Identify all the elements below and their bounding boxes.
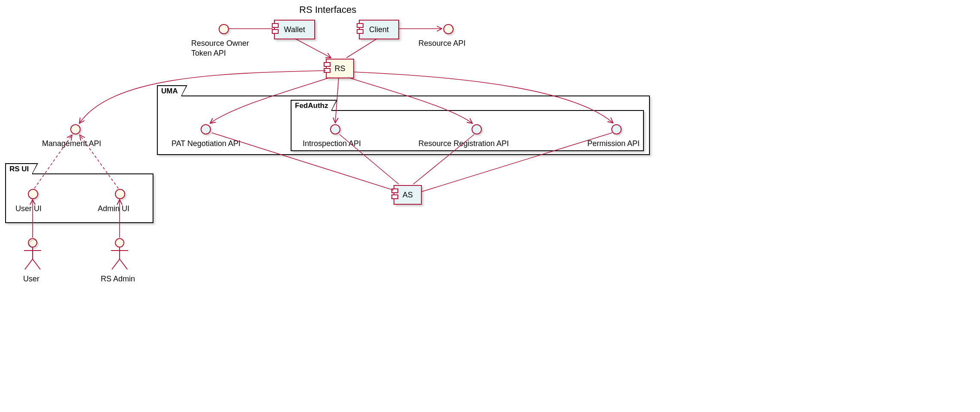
svg-line-14 <box>346 39 377 58</box>
actor-user <box>21 238 43 276</box>
component-wallet-label: Wallet <box>284 25 305 34</box>
interface-permission-label: Permission API <box>587 139 640 149</box>
interface-user-ui <box>28 189 38 199</box>
interface-pat <box>201 124 211 134</box>
actor-icon <box>21 238 44 271</box>
component-client: Client <box>359 20 399 39</box>
interface-ro-token <box>219 24 229 34</box>
interface-mgmt-label: Management API <box>42 139 101 149</box>
component-rs-label: RS <box>334 64 345 73</box>
svg-line-13 <box>295 39 331 58</box>
actor-icon <box>108 238 131 271</box>
actor-rs-admin <box>108 238 130 276</box>
interface-mgmt <box>70 124 81 134</box>
component-as-label: AS <box>403 191 413 200</box>
interface-user-ui-label: User UI <box>15 204 42 214</box>
svg-point-6 <box>115 239 124 247</box>
svg-line-4 <box>33 259 40 269</box>
svg-line-10 <box>120 259 127 269</box>
package-uma-label: UMA <box>157 85 182 96</box>
package-rs-ui-label: RS UI <box>5 163 33 174</box>
svg-line-9 <box>112 259 120 269</box>
package-rs-ui: RS UI <box>5 173 153 223</box>
component-lugs-icon <box>357 23 362 33</box>
interface-permission <box>611 124 622 134</box>
interface-resreg-label: Resource Registration API <box>418 139 509 149</box>
component-as: AS <box>394 185 422 205</box>
component-rs: RS <box>326 59 354 78</box>
interface-admin-ui <box>115 189 125 199</box>
interface-resource-api-label: Resource API <box>418 39 466 48</box>
component-client-label: Client <box>369 25 389 34</box>
interface-introspection <box>330 124 340 134</box>
component-wallet: Wallet <box>274 20 315 39</box>
interface-ro-token-label: Resource Owner Token API <box>191 39 249 58</box>
interface-resreg <box>472 124 482 134</box>
diagram-stage: RS Interfaces Wallet Client Resource Own… <box>0 0 653 291</box>
package-fedauthz-label: FedAuthz <box>291 100 332 111</box>
diagram-title: RS Interfaces <box>299 4 356 15</box>
interface-pat-label: PAT Negotiation API <box>171 139 240 149</box>
interface-resource-api <box>443 24 454 34</box>
component-lugs-icon <box>272 23 277 33</box>
interface-introspection-label: Introspection API <box>303 139 361 149</box>
component-lugs-icon <box>391 188 397 199</box>
interface-admin-ui-label: Admin UI <box>98 204 129 214</box>
actor-rs-admin-label: RS Admin <box>101 274 135 284</box>
svg-line-3 <box>25 259 33 269</box>
actor-user-label: User <box>23 274 39 284</box>
component-lugs-icon <box>324 62 329 72</box>
